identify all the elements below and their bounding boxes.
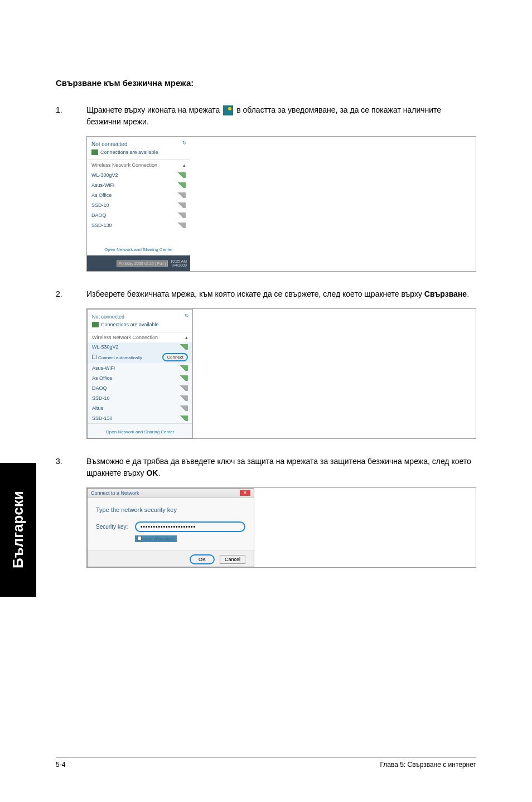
signal-icon — [91, 149, 98, 155]
network-item[interactable]: DAOQ — [88, 383, 192, 393]
step-text: Възможно е да трябва да въведете ключ за… — [86, 456, 476, 479]
step-1: 1. Щракнете върху иконата на мрежата в о… — [56, 104, 476, 128]
refresh-icon[interactable]: ↻ — [185, 313, 189, 318]
taskbar-app-badge: PrintKey 2000 v5.10 ( Full ) — [117, 260, 168, 267]
step-number: 1. — [56, 104, 86, 128]
network-name: SSD-10 — [92, 395, 110, 401]
network-item[interactable]: Asus-WiFi — [88, 363, 192, 373]
network-panel: ↻ Not connected Connections are availabl… — [87, 137, 190, 271]
signal-icon — [92, 322, 99, 327]
network-item[interactable]: DAOQ — [87, 210, 190, 220]
step-text-main: Избеерете безжичната мрежа, към която ис… — [86, 289, 424, 298]
network-name: SSD-10 — [91, 202, 109, 208]
network-name: Asus-WiFi — [91, 182, 114, 188]
dialog-buttons: OK Cancel — [88, 550, 254, 567]
network-name: As Office — [91, 192, 112, 198]
taskbar-date: 9/4/2009 — [170, 263, 187, 267]
network-item[interactable]: SSD-130 — [87, 220, 190, 230]
page-footer: 5-4 Глава 5: Свързване с интернет — [56, 757, 476, 769]
chevron-up-icon[interactable]: ▴ — [185, 335, 188, 340]
signal-icon — [180, 385, 188, 391]
network-item[interactable]: WL-300gV2 — [87, 170, 190, 180]
network-tray-icon — [223, 105, 233, 115]
connections-available: Connections are available — [91, 149, 186, 155]
section-wireless: Wireless Network Connection ▴ — [88, 332, 192, 342]
dialog-titlebar: Connect to a Network ✕ — [88, 489, 254, 498]
selected-network[interactable]: WL-530gV2 — [88, 342, 192, 351]
chapter-title: Глава 5: Свързване с интернет — [380, 761, 476, 769]
close-icon[interactable]: ✕ — [240, 490, 250, 496]
page-content: Свързване към безжична мрежа: 1. Щракнет… — [0, 0, 532, 607]
screenshot-network-list: ↻ Not connected Connections are availabl… — [86, 136, 476, 272]
step-text: Щракнете върху иконата на мрежата в обла… — [86, 104, 476, 128]
step-bold: OK — [146, 468, 158, 477]
language-tab: Български — [0, 463, 36, 597]
network-item[interactable]: Altus — [88, 403, 192, 413]
auto-connect-label: Connect automatically — [98, 355, 142, 360]
network-item[interactable]: Asus-WiFi — [87, 180, 190, 190]
hide-label: Hide characters — [143, 537, 175, 542]
step-number: 2. — [56, 288, 86, 300]
network-item[interactable]: SSD-10 — [87, 200, 190, 210]
network-item[interactable]: As Office — [87, 190, 190, 200]
network-name: WL-530gV2 — [92, 344, 119, 350]
step-suffix: . — [467, 289, 469, 298]
taskbar: PrintKey 2000 v5.10 ( Full ) 10:35 AM 9/… — [87, 255, 190, 271]
security-key-row: Security key: •••••••••••••••••••••• — [96, 521, 245, 532]
network-name: WL-300gV2 — [91, 172, 118, 178]
network-panel-connect: ↻ Not connected Connections are availabl… — [87, 309, 193, 438]
open-network-center-link[interactable]: Open Network and Sharing Center — [87, 241, 190, 255]
ok-button[interactable]: OK — [190, 554, 215, 564]
available-label: Connections are available — [101, 322, 159, 327]
security-key-input[interactable]: •••••••••••••••••••••• — [135, 521, 245, 532]
signal-icon — [180, 405, 188, 411]
auto-connect-checkbox[interactable] — [92, 355, 96, 359]
signal-icon — [180, 344, 188, 350]
security-key-label: Security key: — [96, 524, 135, 530]
cancel-button[interactable]: Cancel — [220, 555, 245, 564]
section-heading: Свързване към безжична мрежа: — [56, 78, 476, 88]
taskbar-time: 10:35 AM — [170, 259, 187, 263]
hide-characters-checkbox[interactable]: Hide characters — [135, 535, 177, 542]
page-number: 5-4 — [56, 761, 65, 769]
signal-icon — [178, 202, 186, 208]
connection-status: Not connected — [92, 314, 188, 320]
network-item[interactable]: As Office — [88, 373, 192, 383]
dialog-prompt: Type the network security key — [96, 506, 245, 513]
signal-icon — [178, 172, 186, 178]
signal-icon — [180, 365, 188, 371]
step-bold: Свързване — [424, 289, 467, 298]
connect-button[interactable]: Connect — [162, 353, 188, 361]
step-number: 3. — [56, 456, 86, 479]
signal-icon — [178, 223, 186, 228]
screenshot-security-key: Connect to a Network ✕ Type the network … — [86, 487, 476, 568]
network-name: DAOQ — [91, 212, 107, 218]
signal-icon — [180, 375, 188, 381]
open-network-center-link[interactable]: Open Network and Sharing Center — [88, 423, 192, 438]
refresh-icon[interactable]: ↻ — [182, 140, 187, 146]
security-dialog: Connect to a Network ✕ Type the network … — [87, 488, 254, 567]
chevron-up-icon[interactable]: ▴ — [183, 162, 186, 168]
network-name: As Office — [92, 375, 112, 381]
step-3: 3. Възможно е да трябва да въведете ключ… — [56, 456, 476, 479]
step-text-before: Щракнете върху иконата на мрежата — [86, 105, 222, 114]
connections-available: Connections are available — [92, 322, 188, 327]
signal-icon — [180, 416, 188, 421]
network-name: SSD-130 — [91, 223, 112, 228]
network-item[interactable]: SSD-130 — [88, 413, 192, 423]
step-text: Избеерете безжичната мрежа, към която ис… — [86, 288, 476, 300]
screenshot-connect: ↻ Not connected Connections are availabl… — [86, 308, 476, 439]
network-item[interactable]: SSD-10 — [88, 393, 192, 403]
step-2: 2. Избеерете безжичната мрежа, към която… — [56, 288, 476, 300]
signal-icon — [178, 182, 186, 188]
section-wireless: Wireless Network Connection ▴ — [87, 160, 190, 170]
signal-icon — [178, 212, 186, 218]
signal-icon — [178, 192, 186, 198]
network-name: Altus — [92, 405, 103, 411]
panel-header: ↻ Not connected Connections are availabl… — [88, 310, 192, 332]
connect-row: Connect automatically Connect — [88, 351, 192, 363]
checkbox-icon — [137, 536, 142, 540]
dialog-title-text: Connect to a Network — [91, 490, 139, 496]
connection-status: Not connected — [91, 141, 186, 147]
signal-icon — [180, 395, 188, 401]
